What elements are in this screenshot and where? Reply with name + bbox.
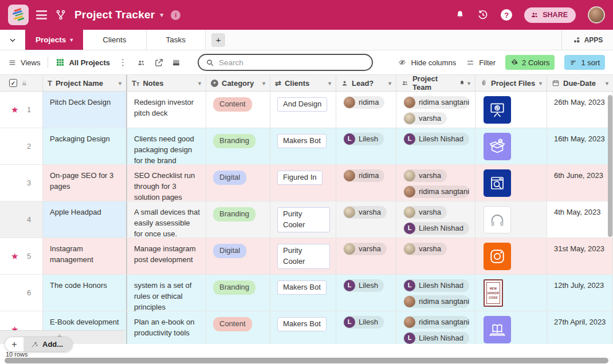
row-number-cell[interactable]: 2 (0, 128, 43, 164)
add-menu-button[interactable]: Add... (24, 337, 72, 351)
cell-project-files[interactable] (476, 165, 547, 201)
client-chip[interactable]: Makers Bot (277, 317, 327, 331)
headphones-icon[interactable] (484, 206, 511, 234)
add-row-plus-icon[interactable]: + (179, 327, 184, 337)
column-chevron-icon[interactable]: ▾ (388, 80, 391, 86)
cell-project-team[interactable]: ridima sangtani LLilesh Nishad (396, 311, 476, 344)
category-badge[interactable]: Branding (213, 207, 256, 221)
table-row[interactable]: 6 The code Honors system is a set of rul… (0, 275, 613, 311)
cell-clients[interactable]: Makers Bot (270, 311, 336, 344)
stackby-logo-icon[interactable] (8, 5, 29, 25)
category-badge[interactable]: Digital (213, 244, 246, 258)
cell-category[interactable]: Content (206, 311, 270, 344)
cell-notes[interactable]: system is a set of rules or ethical prin… (127, 275, 206, 311)
tab-tasks[interactable]: Tasks (147, 30, 206, 50)
help-icon[interactable]: ? (501, 9, 512, 21)
collapse-chevron-icon[interactable] (0, 30, 25, 50)
cell-due-date[interactable]: 16th May, 2023 (547, 128, 613, 164)
cell-clients[interactable]: Purity Cooler (270, 201, 336, 238)
member-chip[interactable]: ridima sangtani (403, 185, 469, 198)
cell-project-files[interactable] (476, 92, 547, 128)
cell-lead[interactable]: varsha (336, 238, 396, 274)
member-chip[interactable]: LLilesh Nishad (403, 279, 469, 292)
column-chevron-icon[interactable]: ▾ (262, 80, 265, 86)
cell-project-team[interactable]: varsha ridima sangtani (396, 165, 476, 201)
select-all-checkbox[interactable]: ✓ (9, 79, 17, 87)
cell-notes[interactable]: Clients need good packaging design for t… (127, 128, 206, 164)
cell-due-date[interactable]: 6th June, 2023 (547, 165, 613, 201)
member-chip[interactable]: varsha (403, 243, 447, 255)
add-record-button[interactable]: + Add... (5, 337, 73, 352)
search-box[interactable] (198, 54, 373, 71)
row-number-cell[interactable]: 6 (0, 275, 43, 311)
vertical-scrollbar[interactable] (608, 95, 612, 237)
member-chip[interactable]: varsha (403, 169, 447, 182)
member-chip[interactable]: LLilesh Nishad (403, 133, 469, 145)
header-due-date[interactable]: Due-Date ▾ (547, 75, 613, 91)
member-chip[interactable]: ridima sangtani (403, 96, 469, 109)
member-chip[interactable]: LLilesh (343, 133, 384, 145)
header-notes[interactable]: TT Notes ▾ (127, 75, 206, 91)
horizontal-scrollbar[interactable] (5, 358, 608, 363)
member-chip[interactable]: LLilesh (343, 279, 384, 292)
share-view-icon[interactable] (154, 58, 164, 68)
cell-category[interactable]: Digital (206, 165, 270, 201)
cell-due-date[interactable]: 4th May, 2023 (547, 201, 613, 238)
client-chip[interactable]: Purity Cooler (277, 207, 330, 232)
instagram-icon[interactable] (484, 243, 511, 270)
cell-project-files[interactable] (476, 128, 547, 164)
current-view-button[interactable]: All Projects (56, 58, 110, 67)
cell-notes[interactable]: Redesign investor pitch deck (127, 92, 206, 128)
cell-clients[interactable]: Makers Bot (270, 128, 336, 164)
cell-lead[interactable]: LLilesh (336, 275, 396, 311)
ebook-laptop-icon[interactable] (484, 316, 511, 343)
info-icon[interactable]: i (171, 10, 180, 20)
member-chip[interactable]: ridima sangtani (403, 295, 469, 308)
sort-badge[interactable]: 1 sort (564, 55, 605, 70)
client-chip[interactable]: Figured In (277, 171, 323, 185)
star-icon[interactable]: ★ (11, 250, 18, 263)
table-row[interactable]: 4 Apple Headpad A small devices that eas… (0, 201, 613, 238)
row-number-cell[interactable]: 4 (0, 201, 43, 238)
row-number-cell[interactable]: 3 (0, 165, 43, 201)
lock-icon[interactable] (21, 80, 28, 87)
member-chip[interactable]: varsha (403, 206, 447, 219)
collaborators-icon[interactable] (136, 58, 147, 67)
title-chevron-down-icon[interactable]: ▾ (160, 11, 163, 19)
tab-clients[interactable]: Clients (83, 30, 146, 50)
member-chip[interactable]: LLilesh Nishad (403, 222, 469, 235)
cell-lead[interactable]: varsha (336, 201, 396, 238)
member-chip[interactable]: varsha (343, 243, 387, 255)
cell-notes[interactable]: Plan an e-book on productivity tools (127, 311, 206, 344)
row-number-cell[interactable]: ★ 1 (0, 92, 43, 128)
row-height-icon[interactable] (171, 58, 181, 67)
cell-clients[interactable]: Purity Cooler (270, 238, 336, 274)
category-badge[interactable]: Branding (213, 280, 256, 295)
seo-browser-icon[interactable] (484, 169, 511, 197)
member-chip[interactable]: varsha (343, 206, 387, 219)
table-row[interactable]: 2 Packaging Design Clients need good pac… (0, 128, 613, 165)
cell-project-team[interactable]: varsha (396, 238, 476, 274)
category-badge[interactable]: Content (213, 97, 252, 112)
cell-due-date[interactable]: 12th July, 2023 (547, 275, 613, 311)
book-cover-icon[interactable]: NEW HONOR CODE (484, 279, 503, 307)
cell-project-team[interactable]: varsha LLilesh Nishad (396, 201, 476, 238)
cell-project-name[interactable]: Packaging Design (43, 128, 127, 164)
column-chevron-icon[interactable]: ▾ (467, 80, 470, 86)
member-chip[interactable]: ridima (343, 96, 384, 109)
cell-project-team[interactable]: LLilesh Nishad ridima sangtani (396, 275, 476, 311)
cell-project-team[interactable]: LLilesh Nishad (396, 128, 476, 164)
cell-category[interactable]: Content (206, 92, 270, 128)
row-number-cell[interactable]: ★ 5 (0, 238, 43, 274)
header-project-team[interactable]: Project Team ▾ (396, 75, 476, 91)
member-chip[interactable]: LLilesh Nishad (403, 332, 469, 344)
cell-project-files[interactable] (476, 238, 547, 274)
add-table-button[interactable]: + (211, 33, 225, 47)
notifications-bell-icon[interactable] (455, 9, 465, 21)
cell-category[interactable]: Branding (206, 275, 270, 311)
client-chip[interactable]: And Design (277, 97, 327, 112)
cell-project-files[interactable] (476, 311, 547, 344)
category-badge[interactable]: Branding (213, 134, 256, 148)
cell-lead[interactable]: ridima (336, 165, 396, 201)
search-input[interactable] (219, 58, 365, 67)
